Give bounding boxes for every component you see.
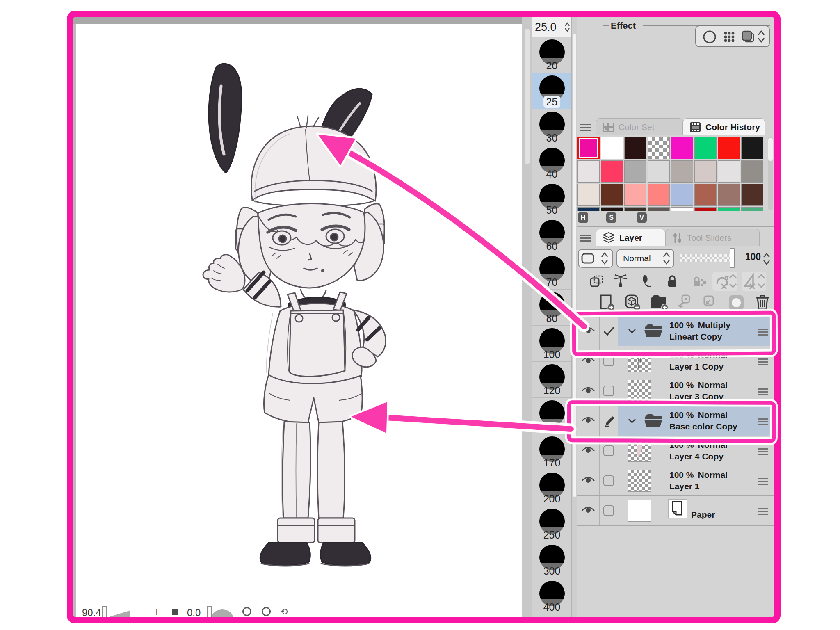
color-swatch[interactable] bbox=[671, 137, 693, 159]
layer-check[interactable] bbox=[600, 376, 618, 406]
drag-handle-icon[interactable] bbox=[758, 327, 768, 337]
color-swatch[interactable] bbox=[601, 207, 623, 211]
color-swatch[interactable] bbox=[624, 137, 646, 159]
color-swatch[interactable] bbox=[741, 207, 763, 211]
drag-handle-icon[interactable] bbox=[758, 357, 768, 367]
layer-row-base-color-copy[interactable]: 100 %Normal Base color Copy bbox=[577, 406, 774, 436]
layer-check[interactable] bbox=[600, 436, 618, 466]
saturation-button[interactable]: S bbox=[606, 212, 616, 223]
clip-to-layer-icon[interactable] bbox=[589, 273, 605, 291]
brush-size-item[interactable] bbox=[532, 614, 571, 623]
color-swatch[interactable] bbox=[741, 184, 763, 206]
tab-layer[interactable]: Layer bbox=[596, 229, 665, 246]
blend-mode-dropdown[interactable]: Normal bbox=[616, 249, 674, 268]
zoom-value[interactable]: 90.4 bbox=[82, 607, 101, 619]
color-swatch[interactable] bbox=[578, 160, 600, 183]
panel-menu-icon[interactable] bbox=[580, 122, 591, 132]
reset-zoom-icon[interactable] bbox=[172, 609, 178, 615]
brush-size-item[interactable]: 100 bbox=[532, 326, 571, 362]
layer-visibility-toggle[interactable] bbox=[577, 496, 600, 525]
layer-thumbnail[interactable] bbox=[628, 470, 651, 492]
layer-check[interactable] bbox=[600, 316, 618, 346]
color-swatch[interactable] bbox=[718, 137, 740, 159]
chevron-down-icon[interactable] bbox=[627, 418, 637, 426]
draft-layer-icon[interactable] bbox=[638, 273, 654, 291]
drag-handle-icon[interactable] bbox=[758, 447, 768, 457]
rotate-cw-icon[interactable] bbox=[262, 607, 271, 616]
color-swatch[interactable] bbox=[648, 184, 670, 206]
layer-row-layer3-copy[interactable]: 100 %Normal Layer 3 Copy bbox=[577, 376, 774, 406]
color-swatch[interactable] bbox=[624, 207, 646, 211]
brush-size-item[interactable]: 250 bbox=[532, 506, 571, 542]
brush-size-item[interactable]: 20 bbox=[532, 37, 571, 73]
layer-thumbnail[interactable] bbox=[628, 500, 651, 522]
spinner-icon[interactable] bbox=[564, 21, 571, 34]
layer-row-layer1[interactable]: 100 %Normal Layer 1 bbox=[577, 466, 774, 496]
chevron-down-icon[interactable] bbox=[627, 328, 637, 336]
layer-visibility-toggle[interactable] bbox=[577, 436, 600, 466]
color-swatch[interactable] bbox=[694, 160, 717, 183]
color-swatch[interactable] bbox=[578, 137, 600, 159]
layer-visibility-toggle[interactable] bbox=[577, 316, 600, 346]
layer-check[interactable] bbox=[600, 466, 618, 495]
brush-size-item[interactable]: 150 bbox=[532, 398, 571, 434]
brush-size-item[interactable]: 400 bbox=[532, 578, 571, 614]
layer-visibility-toggle[interactable] bbox=[577, 466, 600, 495]
drag-handle-icon[interactable] bbox=[758, 507, 768, 517]
layer-visibility-toggle[interactable] bbox=[577, 346, 600, 376]
rotate-slider[interactable] bbox=[208, 609, 232, 619]
set-as-ruler-icon[interactable] bbox=[742, 272, 766, 291]
palette-color-selector[interactable] bbox=[578, 249, 613, 268]
tab-tool-sliders[interactable]: Tool Sliders bbox=[665, 229, 760, 246]
color-swatch[interactable] bbox=[648, 207, 670, 211]
brush-size-field[interactable]: 25.0 bbox=[532, 17, 571, 37]
color-swatch[interactable] bbox=[694, 207, 717, 211]
tab-color-set[interactable]: Color Set bbox=[596, 118, 683, 135]
canvas-scrollbar[interactable] bbox=[522, 17, 532, 623]
halftone-icon[interactable] bbox=[721, 29, 737, 46]
transfer-to-layer-icon[interactable] bbox=[675, 294, 692, 313]
flip-icon[interactable]: ⟲ bbox=[280, 606, 288, 618]
color-swatch[interactable] bbox=[601, 184, 623, 206]
color-swatch[interactable] bbox=[578, 207, 600, 211]
zoom-in-icon[interactable]: + bbox=[153, 606, 160, 618]
opacity-slider-handle[interactable] bbox=[730, 248, 735, 268]
zoom-out-icon[interactable]: − bbox=[135, 606, 142, 618]
color-swatch[interactable] bbox=[624, 160, 646, 183]
layer-mask-icon[interactable] bbox=[727, 294, 745, 313]
layer-check[interactable] bbox=[600, 496, 618, 525]
drag-handle-icon[interactable] bbox=[758, 477, 768, 487]
brush-size-value[interactable]: 25.0 bbox=[535, 21, 557, 34]
reference-layer-icon[interactable] bbox=[612, 273, 629, 291]
color-swatch[interactable] bbox=[601, 137, 623, 159]
color-swatch[interactable] bbox=[741, 137, 763, 159]
tab-color-history[interactable]: Color History bbox=[683, 118, 765, 135]
color-swatch[interactable] bbox=[671, 207, 693, 211]
drag-handle-icon[interactable] bbox=[758, 387, 768, 397]
drag-handle-icon[interactable] bbox=[758, 417, 768, 427]
layer-visibility-toggle[interactable] bbox=[577, 376, 600, 406]
scrollbar-thumb[interactable] bbox=[768, 138, 773, 161]
color-swatch[interactable] bbox=[718, 160, 740, 183]
new-raster-layer-icon[interactable] bbox=[598, 293, 616, 313]
scrollbar-thumb[interactable] bbox=[525, 29, 530, 164]
lock-transparent-icon[interactable] bbox=[690, 273, 707, 291]
color-swatch[interactable] bbox=[694, 137, 717, 159]
layer-row-layer4-copy[interactable]: 100 %Normal Layer 4 Copy bbox=[577, 436, 774, 466]
brush-size-item[interactable]: 40 bbox=[532, 145, 571, 181]
delete-layer-icon[interactable] bbox=[753, 293, 772, 313]
new-folder-icon[interactable] bbox=[649, 293, 669, 313]
brush-size-item[interactable]: 30 bbox=[532, 109, 571, 145]
layer-visibility-toggle[interactable] bbox=[577, 406, 600, 436]
layer-row-paper[interactable]: Paper bbox=[577, 496, 774, 526]
rotate-value[interactable]: 0.0 bbox=[187, 607, 201, 619]
layer-check[interactable] bbox=[600, 346, 618, 376]
swatch-scrollbar[interactable] bbox=[768, 137, 773, 210]
color-swatch[interactable] bbox=[671, 184, 693, 206]
brush-size-item[interactable]: 120 bbox=[532, 362, 571, 398]
set-as-selection-icon[interactable] bbox=[712, 272, 737, 291]
lock-layer-icon[interactable] bbox=[664, 273, 680, 291]
circle-icon[interactable] bbox=[702, 29, 717, 46]
color-swatch[interactable] bbox=[718, 184, 740, 206]
layer-row-layer1-copy[interactable]: 100 %Normal Layer 1 Copy bbox=[577, 346, 774, 376]
